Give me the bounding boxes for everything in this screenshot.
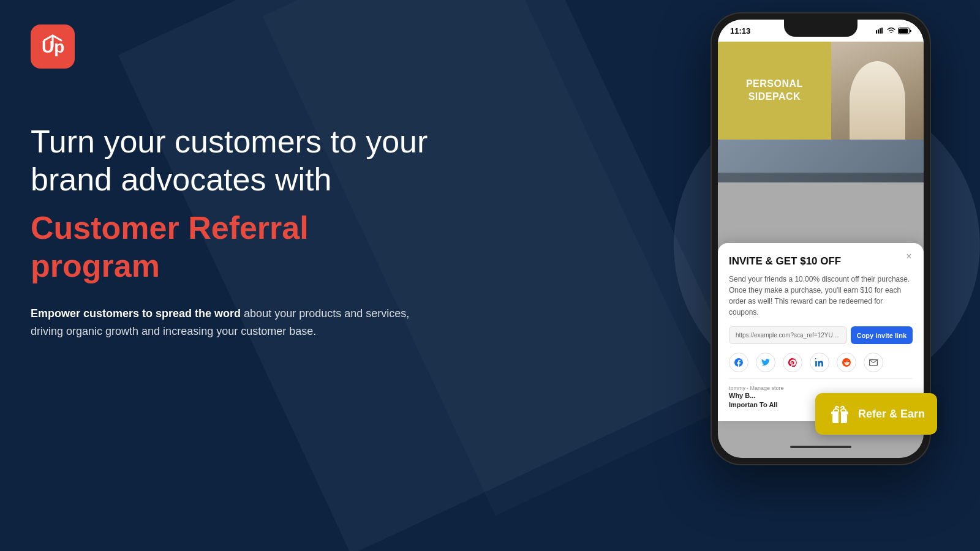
- product-label: PERSONAL SIDEPACK: [718, 42, 831, 140]
- reddit-share-icon[interactable]: [837, 353, 856, 372]
- notch: [784, 20, 858, 37]
- invite-link-row: https://example.com?sca_ref=12YUS16789 C…: [729, 326, 913, 344]
- svg-rect-4: [881, 28, 883, 34]
- svg-rect-3: [880, 28, 881, 34]
- modal-description: Send your friends a 10.00% discount off …: [729, 274, 913, 318]
- headline-line1: Turn your customers to your brand advoca…: [31, 122, 435, 199]
- svg-rect-2: [878, 29, 879, 34]
- description-bold: Empower customers to spread the word: [31, 307, 241, 320]
- status-icons: [876, 28, 911, 34]
- phone-screen: 11:13 PERSONAL SIDEPACK: [718, 20, 924, 458]
- logo: Up: [31, 24, 75, 69]
- description: Empower customers to spread the word abo…: [31, 305, 435, 341]
- product-banner: PERSONAL SIDEPACK: [718, 42, 924, 140]
- home-indicator: [790, 446, 851, 448]
- modal-title: INVITE & GET $10 OFF: [729, 255, 913, 268]
- shop-content: PERSONAL SIDEPACK: [718, 42, 924, 182]
- blog-author: tommy · Manage store: [729, 385, 913, 391]
- email-share-icon[interactable]: [864, 353, 883, 372]
- fashion-figure: [831, 42, 924, 140]
- status-time: 11:13: [730, 26, 750, 36]
- svg-rect-11: [839, 410, 841, 424]
- gift-icon: [827, 402, 852, 426]
- refer-earn-button[interactable]: Refer & Earn: [815, 393, 937, 435]
- pinterest-share-icon[interactable]: [783, 353, 802, 372]
- social-icons-row: [729, 353, 913, 372]
- refer-earn-label: Refer & Earn: [858, 408, 925, 421]
- linkedin-share-icon[interactable]: [810, 353, 829, 372]
- hero-content: Turn your customers to your brand advoca…: [31, 122, 435, 341]
- facebook-share-icon[interactable]: [729, 353, 748, 372]
- invite-link-input[interactable]: https://example.com?sca_ref=12YUS16789: [729, 326, 847, 344]
- product-image: [831, 42, 924, 140]
- twitter-share-icon[interactable]: [756, 353, 775, 372]
- svg-rect-6: [899, 28, 908, 33]
- product-label-text: PERSONAL SIDEPACK: [746, 78, 803, 103]
- status-bar: 11:13: [718, 20, 924, 42]
- copy-invite-button[interactable]: Copy invite link: [851, 326, 913, 344]
- svg-rect-1: [876, 30, 877, 34]
- modal-close-button[interactable]: ×: [903, 250, 915, 263]
- phone-mockup: 11:13 PERSONAL SIDEPACK: [710, 12, 931, 478]
- headline-accent: Customer Referral program: [31, 209, 435, 285]
